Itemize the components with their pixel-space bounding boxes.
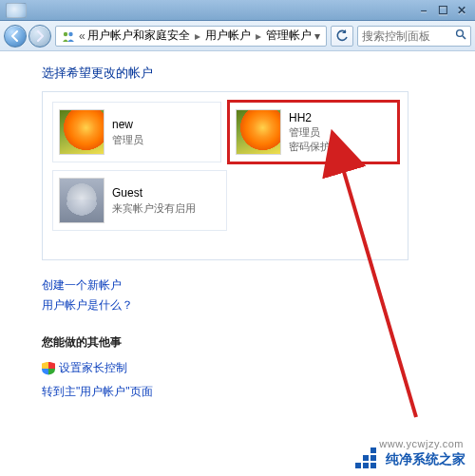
account-card-new[interactable]: new 管理员 [52, 102, 221, 162]
breadcrumb-prefix: « [79, 29, 86, 43]
search-input[interactable] [360, 29, 453, 44]
account-role: 来宾帐户没有启用 [112, 201, 196, 216]
close-icon[interactable]: ✕ [452, 2, 471, 19]
svg-point-1 [68, 31, 72, 35]
link-parental-controls[interactable]: 设置家长控制 [59, 360, 127, 376]
account-name: Guest [112, 185, 196, 200]
watermark-url: www.ycwjzy.com [379, 438, 464, 449]
avatar [236, 109, 281, 155]
watermark: 纯净系统之家 [355, 449, 466, 470]
chevron-right-icon: ▸ [256, 29, 261, 43]
svg-point-2 [457, 30, 464, 37]
user-accounts-icon [61, 29, 76, 44]
svg-line-3 [463, 36, 466, 39]
page-heading: 选择希望更改的帐户 [42, 65, 450, 82]
maximize-icon[interactable]: ☐ [433, 2, 452, 19]
address-dropdown-icon[interactable]: ▾ [312, 29, 324, 43]
minimize-icon[interactable]: – [414, 2, 433, 19]
breadcrumb-seg-0[interactable]: 用户帐户和家庭安全 [87, 28, 190, 44]
watermark-icon [355, 449, 380, 470]
link-goto-main-accounts[interactable]: 转到主"用户帐户"页面 [42, 384, 450, 400]
link-create-account[interactable]: 创建一个新帐户 [42, 277, 450, 294]
navbar: « 用户帐户和家庭安全 ▸ 用户帐户 ▸ 管理帐户 ▾ [0, 21, 475, 51]
breadcrumb-seg-1[interactable]: 用户帐户 [205, 28, 251, 44]
watermark-text: 纯净系统之家 [386, 451, 466, 468]
chevron-right-icon: ▸ [195, 29, 200, 43]
addressbar[interactable]: « 用户帐户和家庭安全 ▸ 用户帐户 ▸ 管理帐户 ▾ [55, 26, 327, 47]
breadcrumb: 用户帐户和家庭安全 ▸ 用户帐户 ▸ 管理帐户 [87, 28, 312, 44]
nav-forward-button[interactable] [28, 25, 51, 48]
search-field[interactable] [357, 26, 471, 47]
account-role: 管理员 [112, 133, 143, 147]
account-name: new [112, 117, 143, 132]
account-role: 管理员 [289, 125, 331, 140]
svg-point-0 [64, 31, 67, 35]
accounts-container: new 管理员 HH2 管理员 密码保护 Gue [42, 91, 408, 260]
avatar [59, 109, 104, 155]
account-card-hh2[interactable]: HH2 管理员 密码保护 [229, 102, 398, 162]
link-what-is-account[interactable]: 用户帐户是什么？ [42, 297, 450, 314]
account-card-guest[interactable]: Guest 来宾帐户没有启用 [52, 170, 227, 231]
search-icon[interactable] [453, 29, 468, 43]
breadcrumb-seg-2[interactable]: 管理帐户 [266, 28, 312, 44]
account-extra: 密码保护 [289, 140, 331, 154]
shield-icon [42, 362, 55, 375]
account-name: HH2 [289, 110, 331, 125]
nav-back-button[interactable] [4, 25, 27, 48]
avatar [59, 178, 104, 223]
app-icon [6, 3, 27, 18]
window-titlebar: – ☐ ✕ [0, 0, 475, 21]
other-things-label: 您能做的其他事 [42, 334, 450, 351]
refresh-button[interactable] [331, 26, 353, 47]
